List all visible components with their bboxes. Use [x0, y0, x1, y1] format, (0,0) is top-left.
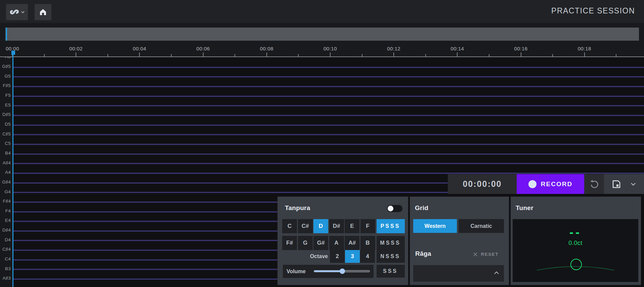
- grid-row-line: [13, 96, 644, 97]
- tanpura-note-A#[interactable]: A#: [345, 236, 359, 250]
- tanpura-panel: Tanpura CC#DD#EFF#GG#AA#B PSSSMSSSNSSSSS…: [277, 197, 408, 285]
- ruler-tick: [234, 54, 235, 56]
- ruler-tick: [44, 54, 45, 56]
- tanpura-note-E[interactable]: E: [345, 219, 359, 233]
- note-label-F♯5: F♯5: [0, 83, 11, 88]
- tanpura-note-B[interactable]: B: [360, 236, 375, 250]
- note-label-E5: E5: [0, 102, 11, 107]
- note-label-F5: F5: [0, 93, 11, 98]
- ruler-time-label: 00:06: [197, 46, 210, 51]
- ruler-time-label: 00:12: [387, 46, 400, 51]
- tanpura-note-F#[interactable]: F#: [282, 236, 297, 250]
- save-icon: [612, 180, 621, 189]
- grid-row-line: [13, 86, 644, 87]
- grid-row-line: [13, 182, 448, 183]
- grid-row-line: [13, 105, 644, 106]
- grid-row-line: [13, 67, 644, 68]
- note-label-C♯5: C♯5: [0, 131, 11, 136]
- grid-row-line: [13, 279, 277, 280]
- ruler-tick: [203, 52, 204, 56]
- undo-icon: [590, 179, 599, 189]
- tanpura-octave-2[interactable]: 2: [330, 250, 345, 263]
- tanpura-note-C#[interactable]: C#: [298, 219, 313, 233]
- ruler-tick: [266, 52, 267, 56]
- logo-icon: [10, 9, 20, 15]
- tanpura-note-D[interactable]: D: [313, 219, 328, 233]
- tanpura-note-D#[interactable]: D#: [329, 219, 344, 233]
- tanpura-toggle[interactable]: [387, 205, 402, 212]
- transport-time-display: 00:00:00: [448, 174, 517, 194]
- tanpura-note-F[interactable]: F: [360, 219, 375, 233]
- ruler-tick: [298, 54, 299, 56]
- volume-slider[interactable]: [314, 270, 370, 272]
- note-label-F4: F4: [0, 208, 11, 213]
- grid-row-line: [13, 202, 277, 203]
- grid-row-line: [13, 76, 644, 77]
- tanpura-note-C[interactable]: C: [282, 219, 297, 233]
- ruler-tick: [139, 52, 140, 56]
- ruler-tick: [362, 54, 362, 56]
- ruler-tick: [489, 54, 489, 56]
- raga-reset-button[interactable]: RESET: [471, 251, 501, 257]
- record-button[interactable]: RECORD: [517, 174, 584, 194]
- tanpura-pattern-PSSS[interactable]: PSSS: [377, 219, 405, 233]
- tanpura-octave-3[interactable]: 3: [345, 250, 360, 263]
- ruler-time-label: 00:18: [578, 46, 591, 51]
- grid-row-line: [13, 125, 644, 126]
- note-label-A4: A4: [0, 170, 11, 175]
- ruler-time-label: 00:04: [133, 46, 146, 51]
- raga-label: Rāga: [415, 250, 431, 257]
- ruler-time-label: 00:02: [69, 46, 83, 51]
- home-icon: [39, 8, 47, 16]
- note-label-C5: C5: [0, 141, 11, 146]
- grid-mode-carnatic[interactable]: Carnatic: [459, 219, 504, 233]
- ruler-tick: [171, 54, 172, 56]
- record-dot-icon: [528, 180, 536, 188]
- timeline-strip: 00:0000:0200:0400:0600:0800:1000:1200:14…: [0, 23, 644, 57]
- grid-row-line: [13, 154, 644, 155]
- raga-dropdown[interactable]: [413, 265, 504, 282]
- toggle-knob: [388, 206, 393, 211]
- tanpura-note-G[interactable]: G: [298, 236, 313, 250]
- scrubber-position-marker[interactable]: [6, 28, 7, 41]
- note-label-A♯3: A♯3: [0, 276, 11, 281]
- grid-row-line: [13, 240, 277, 241]
- tanpura-pattern-NSSS[interactable]: NSSS: [377, 250, 405, 263]
- tanpura-note-A[interactable]: A: [329, 236, 344, 250]
- tanpura-note-G#[interactable]: G#: [313, 236, 328, 250]
- record-button-label: RECORD: [541, 180, 572, 188]
- ruler-time-label: 00:10: [324, 46, 337, 51]
- volume-knob[interactable]: [340, 269, 345, 274]
- save-button[interactable]: [611, 178, 622, 190]
- home-button[interactable]: [35, 4, 51, 20]
- grid-row-line: [13, 173, 644, 174]
- close-icon: [473, 252, 478, 257]
- ruler-tick: [425, 54, 426, 56]
- page-title: PRACTICE SESSION: [551, 6, 635, 15]
- tanpura-pattern-MSSS[interactable]: MSSS: [377, 236, 405, 250]
- ruler-tick: [457, 52, 458, 56]
- tuner-title: Tuner: [516, 204, 533, 212]
- save-options-button[interactable]: [629, 181, 637, 187]
- undo-button[interactable]: [584, 174, 604, 194]
- note-label-A5: A5: [0, 57, 11, 59]
- tanpura-octave-4[interactable]: 4: [360, 250, 375, 263]
- chevron-up-icon: [494, 271, 499, 275]
- volume-label: Volume: [287, 265, 306, 278]
- grid-panel: Grid WesternCarnatic Rāga RESET: [410, 197, 509, 285]
- ruler-tick: [108, 54, 108, 56]
- note-label-G5: G5: [0, 73, 11, 78]
- grid-mode-western[interactable]: Western: [413, 219, 457, 233]
- timeline-overview-scrubber[interactable]: [5, 28, 639, 41]
- note-label-D♯5: D♯5: [0, 112, 11, 117]
- tanpura-pattern-SSS[interactable]: SSS: [377, 265, 405, 278]
- grid-row-line: [13, 259, 277, 260]
- octave-label: Octave: [301, 250, 328, 263]
- ruler-tick: [616, 54, 616, 56]
- ruler-tick: [330, 52, 331, 56]
- grid-row-line: [13, 144, 644, 145]
- tuner-arc: [513, 219, 638, 282]
- save-group: [604, 174, 644, 194]
- logo-menu-button[interactable]: [6, 4, 28, 20]
- note-label-D5: D5: [0, 121, 11, 126]
